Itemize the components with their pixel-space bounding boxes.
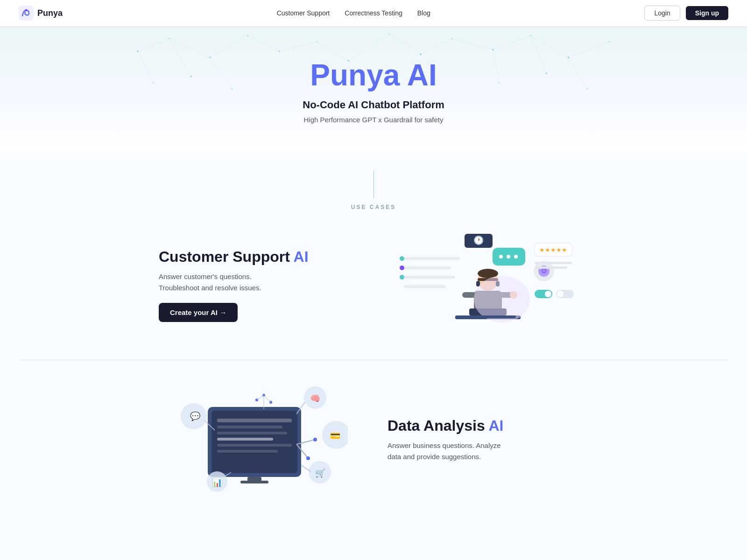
use-cases-line (374, 170, 374, 198)
svg-rect-84 (217, 444, 292, 447)
data-analysis-desc-line2: data and provide suggestions. (388, 453, 481, 461)
data-analysis-illustration: 💬 🧠 💳 🛒 📊 (159, 379, 359, 500)
svg-point-89 (313, 438, 317, 441)
svg-point-3 (169, 38, 170, 40)
hero-subtitle: No-Code AI Chatbot Platform (9, 99, 738, 111)
use-cases-section: USE CASES (0, 152, 747, 210)
svg-rect-83 (217, 438, 273, 441)
svg-rect-41 (404, 257, 460, 260)
nav-blog[interactable]: Blog (417, 9, 430, 17)
svg-line-26 (279, 42, 317, 51)
data-analysis-section: Data Analysis AI Answer business questio… (140, 379, 607, 500)
svg-text:💬: 💬 (190, 411, 201, 421)
customer-support-svg: 🕐 ★★★★★ ⚙ (399, 229, 577, 341)
svg-line-25 (248, 35, 279, 51)
svg-line-34 (569, 42, 610, 58)
svg-point-91 (306, 456, 310, 460)
svg-line-110 (264, 395, 271, 402)
svg-point-7 (316, 41, 317, 42)
svg-rect-47 (404, 285, 446, 288)
customer-support-heading: Customer Support AI (159, 248, 359, 266)
svg-line-28 (348, 34, 389, 61)
hero-description: High Performance GPT x Guardrail for saf… (9, 116, 738, 124)
svg-text:📊: 📊 (212, 477, 223, 488)
svg-point-13 (530, 35, 531, 36)
svg-rect-82 (217, 432, 287, 434)
svg-line-109 (257, 395, 264, 400)
svg-text:★★★★★: ★★★★★ (539, 246, 567, 253)
create-ai-button[interactable]: Create your AI → (159, 303, 238, 322)
customer-support-desc-line1: Answer customer's questions. (159, 273, 252, 280)
logo-link[interactable]: Punya (19, 6, 63, 21)
signup-button[interactable]: Sign up (686, 6, 728, 20)
svg-line-31 (452, 39, 493, 50)
svg-point-12 (492, 49, 494, 50)
svg-point-15 (609, 41, 610, 42)
svg-rect-0 (19, 6, 34, 21)
customer-support-text: Customer Support AI Answer customer's qu… (159, 248, 359, 322)
customer-support-heading-plain: Customer Support (159, 248, 294, 265)
customer-support-desc: Answer customer's questions. Troubleshoo… (159, 271, 359, 294)
svg-text:🕐: 🕐 (473, 235, 484, 245)
svg-line-32 (493, 35, 531, 49)
logo-icon (19, 6, 34, 21)
data-analysis-heading-plain: Data Analysis (388, 417, 488, 434)
svg-line-23 (169, 39, 210, 57)
svg-line-30 (421, 39, 452, 55)
logo-text: Punya (37, 8, 63, 18)
data-analysis-heading: Data Analysis AI (388, 417, 588, 434)
svg-point-44 (400, 266, 404, 270)
svg-point-9 (388, 33, 390, 35)
svg-point-2 (137, 50, 139, 52)
nav-correctness-testing[interactable]: Correctness Testing (345, 9, 402, 17)
nav-links: Customer Support Correctness Testing Blo… (277, 9, 430, 17)
navbar: Punya Customer Support Correctness Testi… (0, 0, 747, 26)
data-analysis-text: Data Analysis AI Answer business questio… (388, 417, 588, 462)
nav-customer-support[interactable]: Customer Support (277, 9, 330, 17)
svg-line-29 (389, 34, 421, 55)
svg-line-24 (210, 35, 248, 57)
svg-text:💳: 💳 (330, 431, 341, 441)
svg-point-52 (507, 255, 510, 259)
svg-point-6 (278, 50, 280, 52)
nav-actions: Login Sign up (644, 6, 728, 21)
svg-point-10 (420, 54, 422, 56)
hero-section: Punya AI No-Code AI Chatbot Platform Hig… (0, 26, 747, 152)
svg-rect-81 (217, 426, 282, 428)
svg-rect-87 (240, 481, 268, 483)
data-analysis-desc-line1: Answer business questions. Analyze (388, 441, 501, 449)
svg-line-22 (138, 39, 169, 51)
svg-point-5 (247, 35, 248, 36)
svg-line-33 (531, 35, 569, 57)
hero-title: Punya AI (9, 59, 738, 91)
svg-rect-80 (217, 419, 292, 422)
svg-rect-77 (460, 315, 516, 318)
svg-rect-85 (217, 450, 278, 453)
svg-point-14 (568, 56, 570, 58)
svg-line-102 (301, 465, 310, 471)
use-cases-label: USE CASES (0, 204, 747, 210)
svg-text:🧠: 🧠 (310, 393, 321, 404)
svg-point-73 (557, 291, 564, 297)
svg-point-51 (499, 255, 503, 259)
customer-support-heading-accent: AI (294, 248, 309, 265)
section-divider-1 (19, 360, 728, 360)
login-button[interactable]: Login (644, 6, 680, 21)
svg-point-71 (545, 291, 551, 297)
svg-rect-43 (404, 266, 451, 269)
svg-point-42 (400, 256, 404, 261)
customer-support-section: Customer Support AI Answer customer's qu… (140, 229, 607, 341)
customer-support-desc-line2: Troubleshoot and resolve issues. (159, 284, 261, 292)
svg-point-4 (209, 56, 211, 58)
data-analysis-heading-accent: AI (488, 417, 503, 434)
svg-point-46 (400, 275, 404, 280)
svg-rect-45 (404, 276, 455, 279)
data-analysis-desc: Answer business questions. Analyze data … (388, 440, 588, 462)
svg-point-11 (451, 38, 453, 40)
svg-point-53 (514, 255, 518, 259)
svg-text:🛒: 🛒 (315, 468, 326, 478)
customer-support-illustration: 🕐 ★★★★★ ⚙ (388, 229, 588, 341)
svg-point-1 (25, 9, 28, 12)
svg-rect-74 (535, 262, 572, 264)
data-analysis-svg: 💬 🧠 💳 🛒 📊 (170, 379, 348, 500)
